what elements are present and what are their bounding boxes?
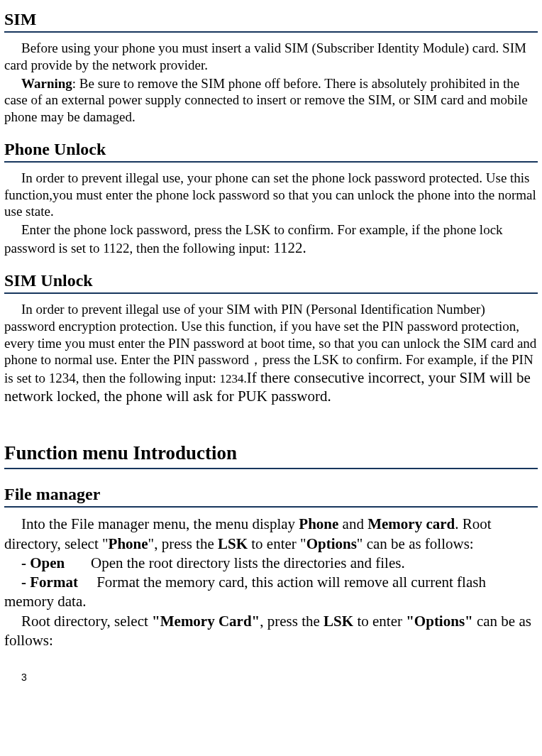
fm-memcard-q: "Memory Card" — [152, 613, 260, 630]
heading-sim: SIM — [4, 9, 538, 33]
fm-phone-bold: Phone — [299, 515, 338, 532]
file-manager-intro: Into the File manager menu, the menu dis… — [4, 515, 538, 554]
fm-lsk-bold: LSK — [218, 535, 248, 552]
file-manager-open: - Open Open the root directory lists the… — [4, 554, 538, 573]
phone-unlock-p2: Enter the phone lock password, press the… — [4, 221, 538, 257]
fm-text-b: and — [338, 515, 367, 532]
fm-root2-b: , press the — [260, 613, 323, 630]
heading-phone-unlock: Phone Unlock — [4, 138, 538, 163]
heading-sim-unlock: SIM Unlock — [4, 270, 538, 294]
phone-unlock-code: 1122. — [273, 239, 306, 256]
sim-intro: Before using your phone you must insert … — [4, 40, 538, 74]
fm-open-desc: Open the root directory lists the direct… — [65, 554, 404, 571]
warning-text: : Be sure to remove the SIM phone off be… — [4, 76, 528, 125]
phone-unlock-p1: In order to prevent illegal use, your ph… — [4, 170, 538, 220]
sim-warning: Warning: Be sure to remove the SIM phone… — [4, 75, 538, 126]
file-manager-format: - Format Format the memory card, this ac… — [4, 573, 538, 612]
sim-unlock-code: 1234. — [219, 372, 246, 385]
file-manager-root2: Root directory, select "Memory Card", pr… — [4, 612, 538, 651]
fm-text-a: Into the File manager menu, the menu dis… — [21, 515, 299, 532]
fm-options-bold: Options — [306, 535, 357, 552]
page-number: 3 — [21, 672, 538, 684]
phone-unlock-p2a: Enter the phone lock password, press the… — [4, 222, 503, 256]
fm-lsk-bold2: LSK — [323, 613, 353, 630]
fm-format-label: - Format — [21, 574, 78, 591]
fm-text-d: ", press the — [148, 535, 218, 552]
fm-open-label: - Open — [21, 554, 65, 571]
heading-function-menu: Function menu Introduction — [4, 442, 538, 470]
fm-root2-a: Root directory, select — [21, 613, 152, 630]
fm-memcard-bold: Memory card — [367, 515, 455, 532]
fm-text-e: to enter " — [248, 535, 306, 552]
heading-file-manager: File manager — [4, 483, 538, 508]
fm-root2-c: to enter — [353, 613, 406, 630]
fm-phone-bold2: Phone — [109, 535, 148, 552]
sim-unlock-p1: In order to prevent illegal use of your … — [4, 301, 538, 406]
fm-text-f: " can be as follows: — [357, 535, 474, 552]
warning-label: Warning — [21, 76, 72, 91]
fm-options-q: "Options" — [406, 613, 473, 630]
